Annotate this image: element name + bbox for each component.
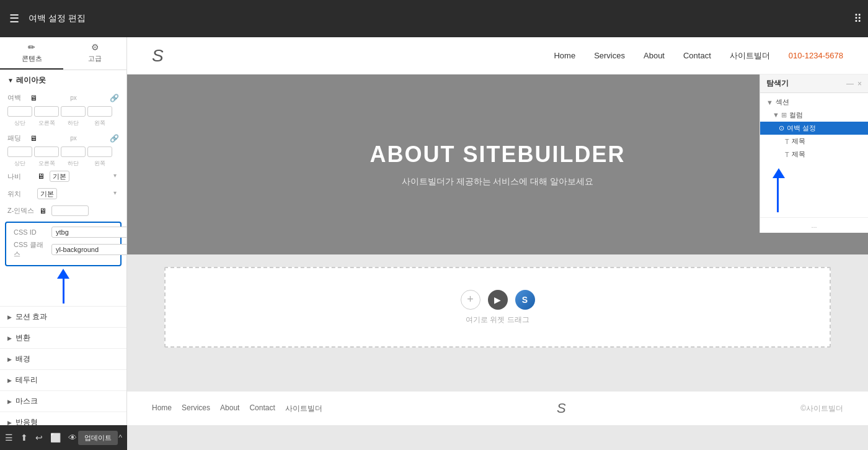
widget-drop-zone[interactable]: + ▶ S 여기로 위젯 드래그 [164, 267, 831, 348]
bottom-icon-5[interactable]: 👁 [68, 433, 77, 443]
bottom-icon-1[interactable]: ☰ [5, 433, 13, 443]
css-class-input[interactable] [51, 244, 127, 255]
explorer-pin-icon[interactable]: — [846, 79, 854, 88]
arrow-line [63, 279, 64, 304]
grid-icon[interactable]: ⠿ [854, 12, 862, 25]
padding-top-input[interactable] [7, 146, 32, 157]
bottom-icon-2[interactable]: ⬆ [20, 433, 28, 443]
monitor-icon: 🖥 [30, 94, 37, 102]
content-area: + ▶ S 여기로 위젯 드래그 [146, 267, 849, 348]
explorer-footer[interactable]: ... [760, 217, 868, 233]
nav-services[interactable]: Services [594, 51, 625, 60]
bottom-icon-3[interactable]: ↩ [35, 433, 43, 443]
padding-row: 패딩 🖥 px 🔗 [0, 131, 126, 145]
padding-right-input[interactable] [34, 146, 59, 157]
bottom-icon-4[interactable]: ⬜ [50, 433, 61, 443]
layout-label: 레이아웃 [16, 75, 46, 86]
padding-top-label: 상단 [7, 160, 32, 168]
padding-px-label: px [70, 135, 77, 142]
css-class-row: CSS 클래스 🗑 [14, 240, 113, 259]
navi-select[interactable]: 기본 [50, 171, 69, 182]
margin-px-label: px [70, 94, 77, 101]
css-id-row: CSS ID 🗑 [14, 227, 113, 238]
border-section-toggle[interactable]: ▶ 테두리 [0, 370, 126, 391]
padding-inputs [0, 145, 126, 160]
tree-title-1[interactable]: T 제목 [760, 135, 868, 148]
update-button[interactable]: 업데이트 [78, 431, 118, 445]
margin-right-input[interactable] [34, 106, 59, 117]
explorer-arrow-annotation [760, 163, 868, 217]
transform-section-label: 변환 [16, 333, 30, 343]
footer-nav-about[interactable]: About [220, 403, 239, 414]
expand-icon[interactable]: ^ [118, 433, 122, 442]
site-header: S Home Services About Contact 사이트빌더 010-… [127, 37, 868, 74]
margin-bottom-input[interactable] [61, 106, 86, 117]
padding-bottom-input[interactable] [61, 146, 86, 157]
css-id-label: CSS ID [14, 228, 48, 236]
footer-nav-home[interactable]: Home [152, 403, 172, 414]
folder-widget-icon[interactable]: ▶ [488, 290, 508, 310]
tab-advanced-label: 고급 [88, 54, 102, 63]
bottom-toolbar: ☰ ⬆ ↩ ⬜ 👁 업데이트 ^ [0, 425, 127, 450]
hero-title: ABOUT SITEBUILDER [370, 142, 626, 168]
nav-contact[interactable]: Contact [683, 51, 711, 60]
tab-content[interactable]: ✏ 콘텐츠 [0, 37, 63, 70]
padding-right-label: 오른쪽 [34, 160, 59, 168]
bg-section-label: 배경 [16, 354, 30, 364]
chevron-down-icon: ▼ [7, 77, 14, 84]
tab-advanced[interactable]: ⚙ 고급 [63, 37, 126, 70]
padding-link-icon[interactable]: 🔗 [110, 134, 119, 143]
position-select[interactable]: 기본 [37, 188, 57, 199]
css-id-input[interactable] [51, 227, 127, 238]
hamburger-icon[interactable]: ☰ [6, 9, 22, 29]
nav-home[interactable]: Home [554, 51, 575, 60]
border-section-label: 테두리 [16, 375, 38, 385]
margin-setting-label: 여백 설정 [787, 124, 816, 133]
blue-arrow-annotation-left [0, 269, 126, 304]
link-icon[interactable]: 🔗 [110, 94, 119, 102]
explorer-close-icon[interactable]: × [857, 79, 862, 88]
tree-margin-setting[interactable]: ⊙ 여백 설정 [760, 122, 868, 135]
margin-icon: ⊙ [779, 124, 784, 132]
motion-section-label: 모션 효과 [16, 312, 47, 322]
monitor-icon-4: 🖥 [39, 207, 46, 215]
padding-label: 패딩 [7, 133, 26, 143]
page-title: 여백 설정 편집 [29, 13, 86, 24]
site-footer: Home Services About Contact 사이트빌더 S ©사이트… [127, 391, 868, 425]
margin-top-label: 상단 [7, 119, 32, 127]
footer-nav-services[interactable]: Services [182, 403, 210, 414]
nav-sitebuilder[interactable]: 사이트빌더 [730, 50, 770, 61]
bottom-icons: ☰ ⬆ ↩ ⬜ 👁 [5, 433, 77, 443]
footer-logo: S [557, 400, 566, 416]
explorer-arrow-up-icon [773, 168, 785, 178]
padding-left-input[interactable] [87, 146, 112, 157]
explorer-controls: — × [846, 79, 862, 88]
motion-section-toggle[interactable]: ▶ 모션 효과 [0, 307, 126, 328]
footer-nav-contact[interactable]: Contact [249, 403, 275, 414]
column-icon: ▼ ⊞ [773, 111, 787, 119]
chevron-right-icon: ▼ [766, 99, 773, 106]
margin-top-input[interactable] [7, 106, 32, 117]
bg-section-toggle[interactable]: ▶ 배경 [0, 349, 126, 370]
sitebuilder-widget-icon[interactable]: S [515, 290, 535, 310]
transform-section-toggle[interactable]: ▶ 변환 [0, 328, 126, 349]
add-widget-icon[interactable]: + [461, 290, 480, 310]
site-logo: S [152, 46, 164, 66]
triangle-right-icon-2: ▶ [7, 335, 12, 341]
z-index-input[interactable] [51, 205, 89, 216]
navi-select-wrapper: 기본 [50, 171, 119, 182]
triangle-right-icon-4: ▶ [7, 377, 12, 384]
title-label-2: 제목 [792, 150, 805, 159]
nav-about[interactable]: About [644, 51, 665, 60]
site-nav: Home Services About Contact 사이트빌더 010-12… [554, 50, 843, 61]
tree-section[interactable]: ▼ 섹션 [760, 96, 868, 109]
tree-title-2[interactable]: T 제목 [760, 148, 868, 161]
layout-section-header[interactable]: ▼ 레이아웃 [0, 70, 126, 91]
margin-left-input[interactable] [87, 106, 112, 117]
mask-section-toggle[interactable]: ▶ 마스크 [0, 391, 126, 412]
padding-bottom-label: 하단 [61, 160, 86, 168]
layout-section: ▼ 레이아웃 여백 🖥 px 🔗 상단 오른쪽 하단 왼쪽 패딩 🖥 px � [0, 70, 126, 307]
footer-nav-sitebuilder[interactable]: 사이트빌더 [285, 403, 322, 414]
tree-column[interactable]: ▼ ⊞ 컬럼 [760, 109, 868, 122]
top-bar-left: ☰ 여백 설정 편집 [6, 9, 86, 29]
